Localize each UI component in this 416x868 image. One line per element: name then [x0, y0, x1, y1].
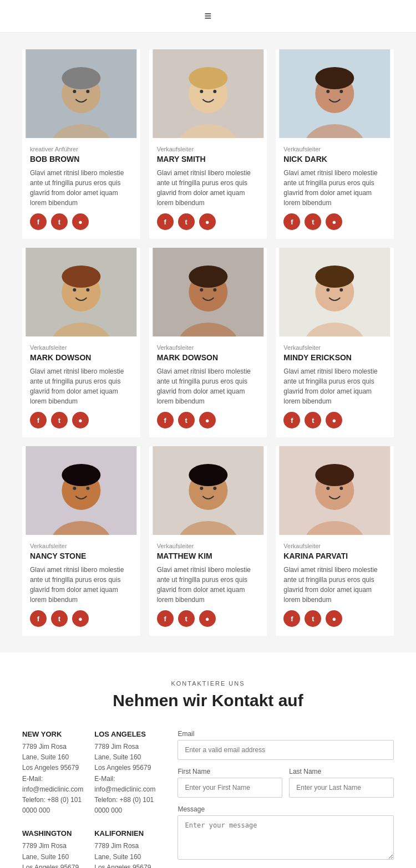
svg-point-3: [62, 67, 100, 89]
instagram-icon[interactable]: ●: [326, 610, 342, 627]
card-socials: f t ●: [149, 213, 267, 230]
message-input[interactable]: [177, 815, 394, 860]
card-role: Verkaufsleiter: [157, 543, 260, 549]
contact-label: KONTAKTIERE UNS: [22, 680, 394, 687]
card-role: Verkaufsleiter: [30, 344, 133, 351]
svg-point-10: [200, 90, 203, 93]
twitter-icon[interactable]: t: [51, 610, 68, 627]
card-name: NICK DARK: [283, 155, 386, 164]
person-avatar: [149, 49, 267, 138]
team-card: Verkaufsleiter MARK DOWSON Glavi amet ri…: [149, 248, 267, 437]
instagram-icon[interactable]: ●: [326, 412, 342, 428]
card-socials: f t ●: [276, 610, 394, 627]
facebook-icon[interactable]: f: [30, 610, 47, 627]
person-avatar: [149, 248, 267, 336]
card-content: Verkaufsleiter MARK DOWSON Glavi amet ri…: [149, 339, 267, 406]
instagram-icon[interactable]: ●: [199, 412, 216, 428]
svg-point-21: [62, 265, 100, 288]
instagram-icon[interactable]: ●: [72, 610, 89, 627]
person-avatar: [22, 49, 140, 138]
svg-point-5: [86, 90, 89, 93]
firstname-label: First Name: [177, 768, 282, 775]
svg-point-51: [316, 464, 354, 486]
card-socials: f t ●: [149, 412, 267, 428]
hamburger-icon[interactable]: ≡: [205, 9, 212, 23]
card-role: Verkaufsleiter: [283, 543, 386, 549]
svg-point-15: [316, 67, 354, 89]
twitter-icon[interactable]: t: [178, 412, 195, 428]
person-avatar: [22, 446, 140, 535]
svg-point-33: [316, 265, 354, 288]
svg-point-53: [340, 487, 343, 490]
svg-point-4: [73, 90, 76, 93]
twitter-icon[interactable]: t: [178, 213, 195, 230]
contact-addresses: NEW YORK 7789 Jim Rosa Lane, Suite 160Lo…: [22, 730, 155, 868]
facebook-icon[interactable]: f: [157, 412, 174, 428]
instagram-icon[interactable]: ●: [326, 213, 342, 230]
card-role: Verkaufsleiter: [157, 344, 260, 351]
name-row: First Name Last Name: [177, 768, 394, 805]
card-content: Verkaufsleiter KARINA PARVATI Glavi amet…: [276, 537, 394, 605]
instagram-icon[interactable]: ●: [72, 412, 89, 428]
card-name: MARK DOWSON: [157, 353, 260, 362]
team-card: Verkaufsleiter MATTHEW KIM Glavi amet ri…: [149, 446, 267, 636]
twitter-icon[interactable]: t: [305, 412, 321, 428]
facebook-icon[interactable]: f: [283, 610, 300, 627]
card-socials: f t ●: [276, 213, 394, 230]
facebook-icon[interactable]: f: [283, 412, 300, 428]
facebook-icon[interactable]: f: [30, 213, 47, 230]
svg-point-16: [327, 90, 330, 93]
person-avatar: [22, 248, 140, 336]
svg-point-46: [200, 487, 203, 490]
address-city: KALIFORNIEN: [94, 829, 155, 838]
facebook-icon[interactable]: f: [157, 213, 174, 230]
team-card: Verkaufsleiter MINDY ERICKSON Glavi amet…: [276, 248, 394, 437]
card-content: Verkaufsleiter NANCY STONE Glavi amet ri…: [22, 537, 140, 605]
facebook-icon[interactable]: f: [157, 610, 174, 627]
card-desc: Glavi amet ritnisl libero molestie ante …: [30, 168, 133, 208]
card-name: KARINA PARVATI: [283, 552, 386, 560]
twitter-icon[interactable]: t: [178, 610, 195, 627]
email-input[interactable]: [177, 740, 394, 760]
card-name: BOB BROWN: [30, 155, 133, 164]
email-label: Email: [177, 730, 394, 738]
contact-section: KONTAKTIERE UNS Nehmen wir Kontakt auf N…: [0, 652, 416, 868]
facebook-icon[interactable]: f: [30, 412, 47, 428]
svg-point-29: [213, 288, 216, 292]
instagram-icon[interactable]: ●: [199, 213, 216, 230]
lastname-input[interactable]: [289, 778, 394, 798]
contact-top: KONTAKTIERE UNS Nehmen wir Kontakt auf: [22, 680, 394, 710]
twitter-icon[interactable]: t: [51, 213, 68, 230]
card-socials: f t ●: [149, 610, 267, 627]
facebook-icon[interactable]: f: [283, 213, 300, 230]
card-role: Verkaufsleiter: [30, 543, 133, 549]
email-group: Email: [177, 730, 394, 760]
card-name: MARK DOWSON: [30, 353, 133, 362]
card-desc: Glavi amet ritnisl libero molestie ante …: [157, 366, 260, 406]
card-content: Verkaufsleiter MATTHEW KIM Glavi amet ri…: [149, 537, 267, 605]
address-city: LOS ANGELES: [94, 730, 155, 738]
instagram-icon[interactable]: ●: [199, 610, 216, 627]
address-text: 7789 Jim Rosa Lane, Suite 160Los Angeles…: [94, 841, 155, 868]
twitter-icon[interactable]: t: [305, 610, 321, 627]
card-content: Verkaufsleiter MINDY ERICKSON Glavi amet…: [276, 339, 394, 406]
card-role: Verkaufsleiter: [283, 344, 386, 351]
instagram-icon[interactable]: ●: [72, 213, 89, 230]
card-socials: f t ●: [276, 412, 394, 428]
team-card: Verkaufsleiter MARY SMITH Glavi amet rit…: [149, 49, 267, 239]
card-content: Verkaufsleiter MARY SMITH Glavi amet rit…: [149, 140, 267, 208]
firstname-input[interactable]: [177, 778, 282, 798]
card-desc: Glavi amet ritnisl libero molestie ante …: [283, 366, 386, 406]
person-avatar: [276, 49, 394, 138]
card-desc: Glavi amet ritnisl libero molestie ante …: [157, 168, 260, 208]
card-name: MINDY ERICKSON: [283, 353, 386, 362]
header: ≡: [0, 0, 416, 33]
firstname-group: First Name: [177, 768, 282, 798]
twitter-icon[interactable]: t: [305, 213, 321, 230]
twitter-icon[interactable]: t: [51, 412, 68, 428]
svg-point-22: [73, 288, 76, 292]
address-block: LOS ANGELES 7789 Jim Rosa Lane, Suite 16…: [94, 730, 155, 816]
address-text: 7789 Jim Rosa Lane, Suite 160Los Angeles…: [22, 841, 83, 868]
team-card: Verkaufsleiter MARK DOWSON Glavi amet ri…: [22, 248, 140, 437]
card-role: kreativer Anführer: [30, 146, 133, 152]
